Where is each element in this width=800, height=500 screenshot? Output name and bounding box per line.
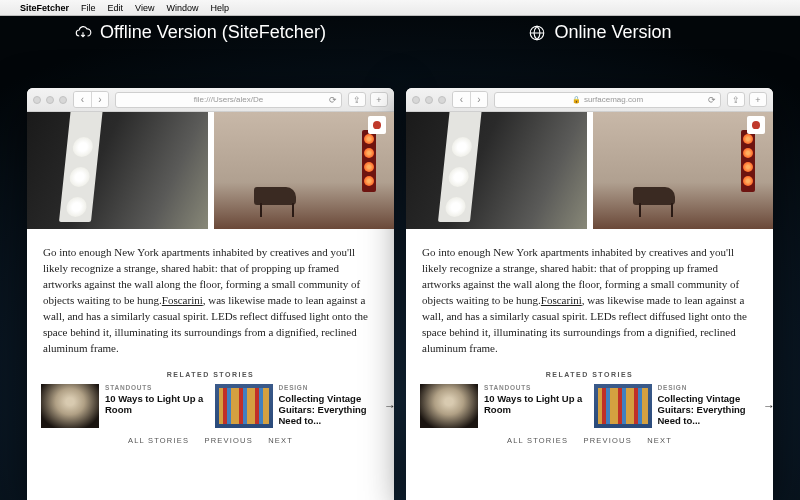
related-heading: RELATED STORIES (406, 367, 773, 382)
related-heading: RELATED STORIES (27, 367, 394, 382)
related-carousel: STANDOUTS10 Ways to Light Up a Room DESI… (406, 382, 773, 430)
reload-icon[interactable]: ⟳ (329, 95, 337, 105)
related-carousel: STANDOUTS10 Ways to Light Up a Room DESI… (27, 382, 394, 430)
menubar-file[interactable]: File (81, 3, 96, 13)
reload-icon[interactable]: ⟳ (708, 95, 716, 105)
profile-badge-icon (368, 116, 386, 134)
page-content: Go into enough New York apartments inhab… (27, 112, 394, 500)
menubar-view[interactable]: View (135, 3, 154, 13)
related-pager: ALL STORIES PREVIOUS NEXT (406, 430, 773, 451)
related-card[interactable]: STANDOUTS10 Ways to Light Up a Room (416, 382, 590, 430)
browser-toolbar: ‹ › 🔒 surfacemag.com ⟳ ⇪ + (406, 88, 773, 112)
pager-prev[interactable]: PREVIOUS (204, 436, 252, 445)
offline-label: Offline Version (SiteFetcher) (100, 22, 326, 43)
menubar-app[interactable]: SiteFetcher (20, 3, 69, 13)
online-label: Online Version (554, 22, 671, 43)
pager-prev[interactable]: PREVIOUS (583, 436, 631, 445)
address-bar[interactable]: 🔒 surfacemag.com ⟳ (494, 92, 721, 108)
online-browser-window: ‹ › 🔒 surfacemag.com ⟳ ⇪ + (406, 88, 773, 500)
window-controls[interactable] (412, 96, 446, 104)
cloud-download-icon (74, 24, 92, 42)
hero-image-room (214, 112, 395, 229)
lock-icon: 🔒 (572, 96, 581, 104)
menubar-help[interactable]: Help (210, 3, 229, 13)
browser-toolbar: ‹ › file:///Users/alex/De ⟳ ⇪ + (27, 88, 394, 112)
foscarini-link[interactable]: Foscarini (162, 294, 203, 306)
comparison-header: Offline Version (SiteFetcher) Online Ver… (0, 22, 800, 43)
back-button[interactable]: ‹ (74, 92, 91, 107)
article-body: Go into enough New York apartments inhab… (406, 229, 773, 367)
new-tab-icon[interactable]: + (749, 92, 767, 107)
url-text: file:///Users/alex/De (194, 95, 263, 104)
hero-images (406, 112, 773, 229)
page-content: Go into enough New York apartments inhab… (406, 112, 773, 500)
pager-next[interactable]: NEXT (268, 436, 293, 445)
menubar-window[interactable]: Window (166, 3, 198, 13)
carousel-next-icon[interactable]: → (384, 399, 394, 413)
back-button[interactable]: ‹ (453, 92, 470, 107)
address-bar[interactable]: file:///Users/alex/De ⟳ (115, 92, 342, 108)
hero-image-lamp (406, 112, 587, 229)
window-controls[interactable] (33, 96, 67, 104)
related-pager: ALL STORIES PREVIOUS NEXT (27, 430, 394, 451)
related-card[interactable]: DESIGNCollecting Vintage Guitars: Everyt… (590, 382, 764, 430)
share-icon[interactable]: ⇪ (727, 92, 745, 107)
offline-browser-window: ‹ › file:///Users/alex/De ⟳ ⇪ + (27, 88, 394, 500)
carousel-next-icon[interactable]: → (763, 399, 773, 413)
forward-button[interactable]: › (470, 92, 487, 107)
macos-menubar: SiteFetcher File Edit View Window Help (0, 0, 800, 16)
related-thumb (215, 384, 273, 428)
share-icon[interactable]: ⇪ (348, 92, 366, 107)
menubar-edit[interactable]: Edit (108, 3, 124, 13)
related-card[interactable]: STANDOUTS10 Ways to Light Up a Room (37, 382, 211, 430)
related-thumb (41, 384, 99, 428)
pager-all[interactable]: ALL STORIES (128, 436, 189, 445)
pager-all[interactable]: ALL STORIES (507, 436, 568, 445)
article-body: Go into enough New York apartments inhab… (27, 229, 394, 367)
related-card[interactable]: DESIGNCollecting Vintage Guitars: Everyt… (211, 382, 385, 430)
related-thumb (420, 384, 478, 428)
related-thumb (594, 384, 652, 428)
profile-badge-icon (747, 116, 765, 134)
globe-icon (528, 24, 546, 42)
new-tab-icon[interactable]: + (370, 92, 388, 107)
foscarini-link[interactable]: Foscarini (541, 294, 582, 306)
forward-button[interactable]: › (91, 92, 108, 107)
hero-image-room (593, 112, 774, 229)
hero-image-lamp (27, 112, 208, 229)
url-text: surfacemag.com (584, 95, 643, 104)
hero-images (27, 112, 394, 229)
pager-next[interactable]: NEXT (647, 436, 672, 445)
